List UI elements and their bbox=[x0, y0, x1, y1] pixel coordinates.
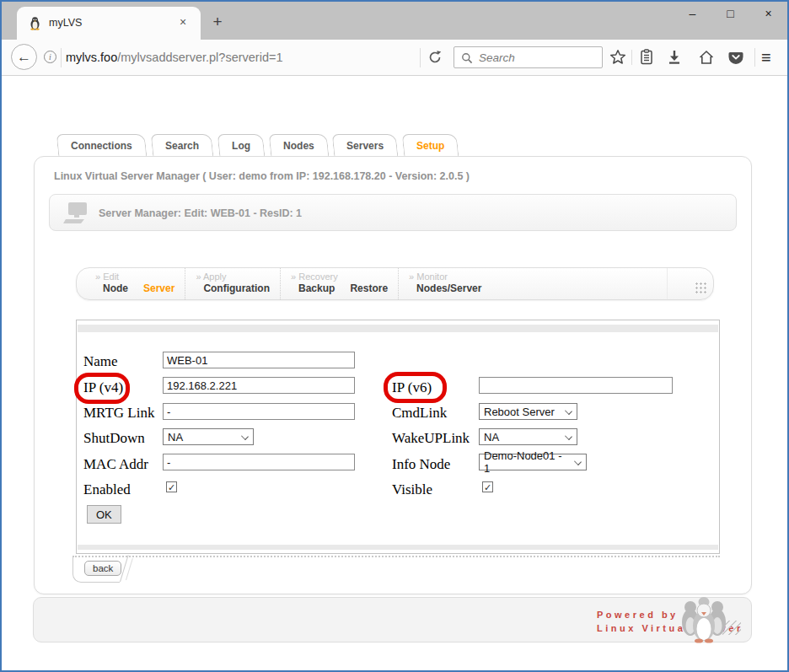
app-tab-bar: Connections Search Log Nodes Servers Set… bbox=[57, 134, 464, 157]
cmdlink-select[interactable]: Reboot Server bbox=[479, 403, 577, 420]
divider bbox=[754, 48, 755, 67]
tab-close-icon[interactable]: × bbox=[175, 15, 191, 30]
infonode-select[interactable]: Demo-Node01 - 1 bbox=[479, 454, 587, 470]
search-icon bbox=[461, 52, 473, 64]
back-nav-button[interactable]: ← bbox=[11, 44, 37, 70]
scrollbar-track-bottom bbox=[78, 545, 718, 550]
menu-item-configuration[interactable]: Configuration bbox=[203, 282, 270, 294]
chevron-down-icon bbox=[241, 433, 249, 440]
menu-group-monitor: » Monitor Nodes/Server bbox=[398, 268, 491, 299]
shutdown-select[interactable]: NA bbox=[163, 428, 254, 445]
server-manager-title: Server Manager: Edit: WEB-01 - ResID: 1 bbox=[99, 195, 302, 232]
visible-label: Visible bbox=[392, 481, 432, 498]
reload-icon[interactable] bbox=[426, 48, 444, 67]
menu-group-title: » Recovery bbox=[291, 271, 388, 282]
divider bbox=[61, 48, 62, 67]
search-box bbox=[454, 46, 603, 68]
ipv6-label: IP (v6) bbox=[392, 379, 432, 396]
url-bar[interactable]: mylvs.foo/mylvsaddserver.pl?serverid=1 bbox=[66, 40, 418, 75]
app-header-text: Linux Virtual Server Manager ( User: dem… bbox=[54, 170, 470, 182]
footer-bar: Powered by Linux Virtual Server bbox=[33, 597, 752, 642]
menubar-drag-handle[interactable] bbox=[667, 268, 713, 299]
cmdlink-select-value: Reboot Server bbox=[484, 406, 555, 418]
wakeuplink-select-value: NA bbox=[484, 431, 499, 444]
browser-window: myLVS × + – □ × ← i mylvs.foo/mylvsaddse… bbox=[0, 0, 789, 672]
infonode-select-value: Demo-Node01 - 1 bbox=[484, 449, 571, 475]
site-info-icon[interactable]: i bbox=[44, 51, 56, 63]
grip-dots-icon bbox=[695, 282, 707, 294]
menu-item-node[interactable]: Node bbox=[103, 282, 128, 294]
menu-item-restore[interactable]: Restore bbox=[350, 282, 388, 294]
divider bbox=[420, 48, 421, 67]
computer-icon bbox=[63, 202, 90, 225]
tab-search[interactable]: Search bbox=[150, 134, 213, 157]
back-tab: back bbox=[72, 557, 120, 583]
mac-input[interactable] bbox=[163, 454, 355, 470]
wakeuplink-label: WakeUPLink bbox=[392, 430, 470, 447]
name-label: Name bbox=[83, 353, 118, 370]
mac-label: MAC Addr bbox=[83, 456, 148, 473]
window-controls: – □ × bbox=[674, 2, 787, 28]
tab-log[interactable]: Log bbox=[217, 134, 265, 157]
enabled-checkbox[interactable]: ✓ bbox=[166, 481, 177, 492]
shutdown-select-value: NA bbox=[168, 431, 183, 444]
menu-group-title: » Monitor bbox=[409, 271, 481, 282]
action-menubar: » Edit Node Server » Apply Configuration… bbox=[76, 267, 714, 300]
minimize-button[interactable]: – bbox=[674, 2, 711, 28]
url-path: /mylvsaddserver.pl?serverid=1 bbox=[117, 51, 282, 64]
tab-servers[interactable]: Servers bbox=[332, 134, 399, 157]
ok-button[interactable]: OK bbox=[87, 505, 121, 524]
ipv6-input[interactable] bbox=[479, 377, 673, 394]
favicon-penguin-icon bbox=[28, 16, 42, 30]
close-button[interactable]: × bbox=[749, 2, 787, 28]
menu-hamburger-icon[interactable]: ≡ bbox=[761, 47, 771, 67]
name-input[interactable] bbox=[163, 352, 355, 368]
enabled-label: Enabled bbox=[83, 481, 131, 498]
menu-group-title: » Edit bbox=[95, 271, 174, 282]
chevron-down-icon bbox=[565, 433, 572, 440]
chevron-down-icon bbox=[574, 458, 582, 465]
page-content: Connections Search Log Nodes Servers Set… bbox=[2, 77, 787, 670]
menu-group-edit: » Edit Node Server bbox=[85, 268, 185, 299]
downloads-icon[interactable] bbox=[666, 49, 683, 66]
menu-group-apply: » Apply Configuration bbox=[185, 268, 280, 299]
server-manager-banner: Server Manager: Edit: WEB-01 - ResID: 1 bbox=[49, 194, 737, 231]
bookmark-star-icon[interactable] bbox=[609, 49, 626, 66]
tab-connections[interactable]: Connections bbox=[56, 134, 148, 157]
ipv4-label: IP (v4) bbox=[83, 379, 123, 396]
menu-group-recovery: » Recovery Backup Restore bbox=[280, 268, 398, 299]
scrollbar-track-top bbox=[78, 325, 718, 332]
chevron-down-icon bbox=[565, 407, 572, 415]
menu-item-server[interactable]: Server bbox=[143, 282, 174, 294]
infonode-label: Info Node bbox=[392, 456, 450, 473]
navigation-toolbar: ← i mylvs.foo/mylvsaddserver.pl?serverid… bbox=[2, 40, 787, 76]
back-button[interactable]: back bbox=[84, 561, 121, 576]
divider bbox=[631, 50, 632, 65]
lvs-penguins-logo bbox=[677, 592, 731, 646]
bookmarks-list-icon[interactable] bbox=[638, 49, 655, 66]
menu-item-backup[interactable]: Backup bbox=[298, 282, 335, 294]
browser-tab[interactable]: myLVS × bbox=[17, 7, 201, 40]
titlebar: myLVS × + – □ × bbox=[2, 2, 787, 40]
new-tab-button[interactable]: + bbox=[207, 11, 228, 33]
tab-nodes[interactable]: Nodes bbox=[268, 134, 329, 157]
ipv4-input[interactable] bbox=[163, 377, 355, 394]
mrtg-label: MRTG Link bbox=[83, 405, 154, 422]
pocket-icon[interactable] bbox=[727, 49, 744, 66]
shutdown-label: ShutDown bbox=[83, 430, 145, 447]
visible-checkbox[interactable]: ✓ bbox=[482, 481, 493, 492]
tab-setup[interactable]: Setup bbox=[402, 134, 459, 157]
tab-title: myLVS bbox=[49, 17, 82, 29]
url-host: mylvs.foo bbox=[66, 51, 117, 64]
home-icon[interactable] bbox=[698, 49, 715, 66]
search-input[interactable] bbox=[477, 48, 599, 67]
menu-item-nodes-server[interactable]: Nodes/Server bbox=[416, 282, 481, 294]
menu-group-title: » Apply bbox=[196, 271, 270, 282]
cmdlink-label: CmdLink bbox=[392, 405, 447, 422]
divider-dotted bbox=[72, 556, 720, 557]
mrtg-input[interactable] bbox=[163, 403, 355, 420]
maximize-button[interactable]: □ bbox=[711, 2, 749, 28]
server-edit-form: Name IP (v4) MRTG Link ShutDown NA MAC A… bbox=[76, 320, 720, 554]
wakeuplink-select[interactable]: NA bbox=[479, 428, 577, 445]
